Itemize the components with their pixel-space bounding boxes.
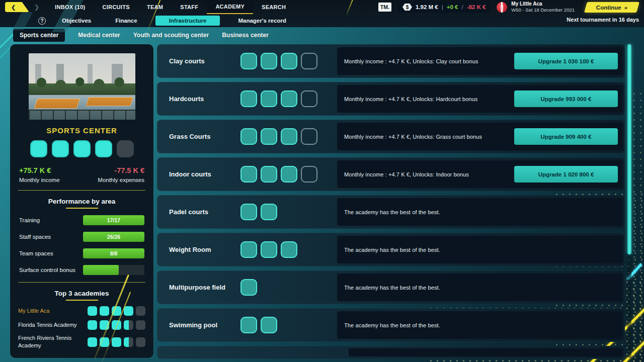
sub-nav-manager-s-record[interactable]: Manager's record	[226, 16, 298, 26]
top-nav-inbox-10[interactable]: INBOX (10)	[46, 0, 94, 14]
facility-name: Swimming pool	[157, 321, 240, 329]
upgrade-button[interactable]: Upgrade 993 000 €	[514, 90, 618, 107]
performance-row: Staff spaces26/26	[10, 232, 153, 242]
academy-name: Florida Tennis Academy	[18, 321, 88, 329]
sub-nav-objectives[interactable]: Objectives	[50, 16, 103, 26]
tab-medical-center[interactable]: Medical center	[78, 32, 120, 39]
profile-text: My Little Aca W50 - Sat 18 December 2021	[511, 1, 575, 13]
facility-rating	[240, 279, 333, 296]
sports-center-panel: SPORTS CENTER +75.7 K € Monthly income -…	[10, 44, 153, 358]
academy-rating-pip	[88, 306, 97, 316]
academy-rating-pip	[100, 337, 109, 347]
facility-rating-pip	[281, 241, 297, 258]
tab-youth-and-scouting-center[interactable]: Youth and scouting center	[133, 32, 209, 39]
sports-center-photo	[29, 53, 135, 120]
facility-rating-pip	[240, 204, 257, 220]
header: ❮ ❯ INBOX (10)CIRCUITSTEAMSTAFFACADEMYSE…	[0, 0, 644, 27]
facility-rating-pip	[261, 204, 277, 220]
rating-pip	[73, 140, 91, 157]
sub-nav-finance[interactable]: Finance	[103, 16, 149, 26]
scrollbar-track[interactable]	[627, 44, 631, 358]
academies-list: My Little AcaFlorida Tennis AcademyFrenc…	[10, 306, 153, 350]
help-icon[interactable]: ?	[38, 17, 46, 25]
performance-label: Team spaces	[19, 250, 83, 256]
facility-rating-pip	[261, 241, 277, 258]
title-underline	[66, 300, 98, 301]
top-nav-academy[interactable]: ACADEMY	[207, 0, 253, 14]
top-nav-search[interactable]: SEARCH	[253, 0, 294, 14]
facility-row-partial	[157, 346, 625, 359]
continue-button[interactable]: Continue »	[584, 2, 639, 13]
facility-row-multipurpose-field: Multipurpose fieldThe academy has the be…	[157, 270, 625, 304]
facility-rating-pip	[240, 128, 257, 145]
top-nav-team[interactable]: TEAM	[138, 0, 172, 14]
facility-info-box: Monthly income : +4.7 K €, Unlocks: Gras…	[337, 123, 622, 150]
facility-rating-pip	[261, 166, 277, 183]
facility-list: Clay courtsMonthly income : +4.7 K €, Un…	[157, 44, 625, 359]
facility-rating-pip	[240, 279, 257, 296]
facility-rating	[240, 53, 333, 69]
academy-rating-pip	[136, 320, 145, 330]
academy-rating-pip	[112, 337, 121, 347]
academy-rating-pip	[124, 337, 133, 347]
facility-rating-pip	[240, 90, 257, 107]
facility-rating	[240, 166, 333, 183]
facility-info-text: The academy has the best of the best.	[344, 247, 440, 253]
performance-row: Surface control bonus	[10, 265, 153, 275]
upgrade-button[interactable]: Upgrade 1 020 800 €	[514, 166, 618, 183]
facility-rating-pip	[261, 317, 277, 333]
rating-pip	[117, 140, 134, 157]
facility-rating-pip	[301, 53, 317, 69]
tabs-row: Sports centerMedical centerYouth and sco…	[0, 27, 269, 43]
academy-rating	[88, 320, 145, 330]
facility-rating-pip	[261, 128, 277, 145]
facility-rating	[240, 204, 333, 220]
performance-label: Training	[19, 217, 83, 223]
next-tournament-label: Next tournament in 16 days	[567, 17, 639, 23]
academy-rating-pip	[124, 306, 133, 316]
facility-rating-pip	[240, 166, 257, 183]
profile[interactable]: My Little Aca W50 - Sat 18 December 2021	[497, 1, 575, 13]
top-nav: INBOX (10)CIRCUITSTEAMSTAFFACADEMYSEARCH	[46, 0, 294, 14]
rating-pip	[52, 140, 69, 157]
facility-info-box: Monthly income : +4.7 K €, Unlocks: Indo…	[337, 160, 622, 188]
profile-date: W50 - Sat 18 December 2021	[511, 7, 575, 13]
facility-info-text: Monthly income : +4.7 K €, Unlocks: Hard…	[344, 96, 477, 102]
facility-rating-pip	[301, 128, 317, 145]
top-nav-circuits[interactable]: CIRCUITS	[94, 0, 138, 14]
facility-info-box: The academy has the best of the best.	[337, 198, 622, 226]
performance-label: Staff spaces	[19, 234, 83, 240]
academy-rating-pip	[100, 320, 109, 330]
upgrade-button[interactable]: Upgrade 909 400 €	[514, 128, 618, 145]
performance-bar	[83, 265, 144, 275]
performance-list: Training17/17Staff spaces26/26Team space…	[10, 215, 153, 275]
performance-bar: 8/8	[83, 248, 144, 258]
facility-rating-pip	[240, 317, 257, 333]
facility-name: Indoor courts	[157, 170, 240, 178]
facility-info-box: The academy has the best of the best.	[337, 274, 622, 301]
facility-rating-pip	[281, 128, 297, 145]
facility-info-box: The academy has the best of the best.	[337, 236, 622, 263]
facility-rating-pip	[240, 53, 257, 69]
scrollbar-thumb[interactable]	[627, 44, 631, 254]
facility-row-clay-courts: Clay courtsMonthly income : +4.7 K €, Un…	[157, 44, 625, 78]
back-button[interactable]: ❮	[5, 2, 29, 12]
game-screen: ❮ ❯ INBOX (10)CIRCUITSTEAMSTAFFACADEMYSE…	[0, 0, 644, 362]
facility-name: Weight Room	[157, 246, 240, 253]
continue-chevrons-icon: »	[624, 4, 627, 10]
forward-button[interactable]: ❯	[34, 4, 39, 11]
academy-name: My Little Aca	[18, 307, 88, 315]
facility-name: Padel courts	[157, 208, 240, 216]
academy-rating-pip	[88, 337, 97, 347]
sub-nav-infrastructure[interactable]: Infrastructure	[155, 16, 220, 26]
photo-clay-court	[86, 97, 133, 106]
facility-rating-pip	[301, 90, 317, 107]
academy-rating-pip	[136, 306, 145, 316]
monthly-expenses-label: Monthly expenses	[98, 177, 144, 183]
upgrade-button[interactable]: Upgrade 1 030 100 €	[514, 53, 618, 69]
tab-business-center[interactable]: Business center	[222, 32, 269, 39]
academy-rating-pip	[100, 306, 109, 316]
performance-bar: 26/26	[83, 232, 144, 242]
top-nav-staff[interactable]: STAFF	[172, 0, 207, 14]
performance-row: Training17/17	[10, 215, 153, 225]
